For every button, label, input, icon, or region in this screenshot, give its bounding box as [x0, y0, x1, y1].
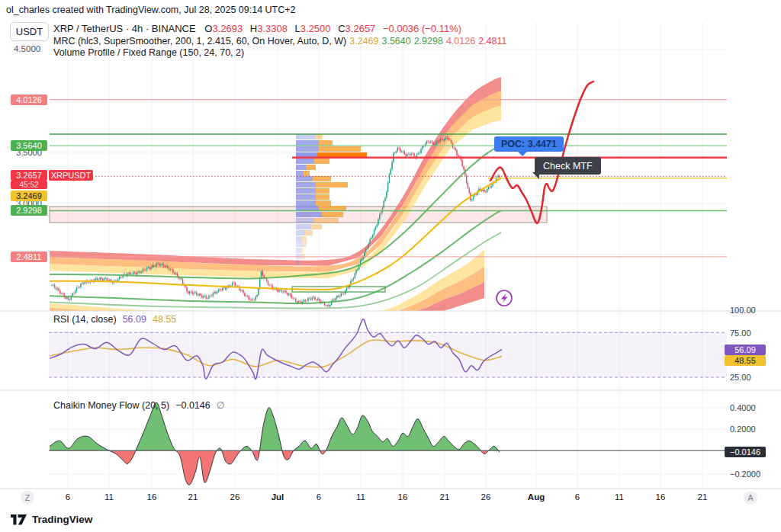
- chart-canvas[interactable]: [0, 0, 781, 532]
- price-scale-label-45:52[interactable]: 45:52: [11, 181, 47, 189]
- time-axis-label-16[interactable]: 16: [398, 492, 408, 502]
- mrc-legend-value: 4.0126: [446, 36, 475, 46]
- volume-profile-bar-buy: [296, 242, 304, 247]
- indicator-scale-label-−0.2000[interactable]: −0.2000: [727, 469, 774, 479]
- volume-profile-bar-sell: [313, 176, 331, 181]
- volume-profile-bar-buy: [296, 134, 315, 139]
- time-axis-label-21[interactable]: 21: [698, 492, 708, 502]
- volume-profile-bar-sell: [304, 171, 310, 176]
- legend-symbol-row[interactable]: XRP / TetherUS · 4h · BINANCE O3.2693 H3…: [53, 24, 506, 35]
- price-scale-label-3.2469[interactable]: 3.2469: [11, 191, 47, 201]
- price-scale-label-2.9298[interactable]: 2.9298: [11, 205, 47, 216]
- currency-toggle-button[interactable]: USDT: [10, 22, 49, 41]
- indicator-scale-label-0.4000[interactable]: 0.4000: [727, 402, 774, 413]
- legend-volume-profile-row[interactable]: Volume Profile / Fixed Range (150, 24, 7…: [53, 47, 506, 59]
- indicator-scale-label-48.55[interactable]: 48.55: [725, 355, 766, 366]
- volume-profile-bar-sell: [300, 260, 301, 265]
- indicator-scale-label-0.2000[interactable]: 0.2000: [727, 424, 774, 434]
- time-axis-label-21[interactable]: 21: [440, 492, 450, 502]
- volume-profile-bar-sell: [319, 146, 361, 152]
- price-scale-label-3.5640[interactable]: 3.5640: [11, 140, 47, 151]
- mrc-indicator-title[interactable]: MRC (hlc3, SuperSmoother, 200, 1, 2.415,…: [53, 36, 346, 46]
- tradingview-chart-page: ol_charles created with TradingView.com,…: [0, 0, 781, 532]
- cmf-average-icon: ∅: [217, 400, 225, 411]
- rsi-band: [49, 332, 727, 377]
- volume-profile-bar-buy: [296, 146, 319, 152]
- volume-profile-bar-sell: [311, 224, 322, 229]
- indicator-scale-label-100.00[interactable]: 100.00: [727, 305, 774, 316]
- volume-profile-bar-sell: [302, 236, 307, 242]
- cmf-pane-header[interactable]: Chaikin Money Flow (20, 5)−0.0146∅: [53, 399, 225, 411]
- indicator-scale-label-56.09[interactable]: 56.09: [725, 345, 766, 355]
- mrc-values: 3.24693.56402.92984.01262.4811: [346, 36, 506, 46]
- volume-profile-bar-sell: [316, 188, 329, 194]
- price-scale-label-3.2657[interactable]: 3.2657: [11, 170, 47, 181]
- indicator-scale-label-−0.0146[interactable]: −0.0146: [725, 447, 766, 457]
- mrc-band: [50, 91, 501, 271]
- volume-profile-bar-sell: [314, 159, 329, 164]
- volume-profile-bar-buy: [296, 188, 316, 194]
- volume-profile-bar-buy: [296, 236, 302, 242]
- legend: XRP / TetherUS · 4h · BINANCE O3.2693 H3…: [53, 24, 506, 59]
- volume-profile-bar-buy: [296, 260, 300, 265]
- time-axis-label-A[interactable]: A: [744, 491, 757, 505]
- time-axis-label-16[interactable]: 16: [656, 492, 666, 502]
- price-scale-label-XRPUSDT[interactable]: XRPUSDT: [49, 170, 93, 181]
- time-axis-label-26[interactable]: 26: [481, 492, 491, 502]
- time-axis-label-11[interactable]: 11: [356, 492, 365, 502]
- indicator-scale-label-75.00[interactable]: 75.00: [727, 328, 774, 338]
- volume-profile-bar-sell: [301, 248, 303, 253]
- volume-profile-bar-sell: [307, 165, 316, 170]
- ohlc-open-value: 3.2693: [212, 23, 243, 34]
- main-price-pane[interactable]: [50, 77, 727, 328]
- time-axis-label-16[interactable]: 16: [147, 492, 157, 502]
- time-axis-label-Jul[interactable]: Jul: [272, 492, 284, 502]
- ohlc-close-value: 3.2657: [346, 23, 376, 34]
- ohlc-low-value: 3.2500: [301, 23, 331, 34]
- cmf-pane[interactable]: [49, 402, 727, 485]
- time-axis-label-11[interactable]: 11: [615, 492, 624, 502]
- volume-profile-bar-sell: [304, 242, 307, 247]
- rsi-title[interactable]: RSI (14, close): [53, 314, 117, 325]
- time-axis-label-26[interactable]: 26: [230, 492, 240, 502]
- price-scale-label-2.4811[interactable]: 2.4811: [11, 252, 47, 262]
- ohlc-low-label: L: [295, 23, 301, 34]
- time-axis-label-6[interactable]: 6: [66, 492, 70, 502]
- volume-profile-bar-buy: [296, 218, 314, 223]
- time-axis-label-Aug[interactable]: Aug: [528, 492, 545, 502]
- volume-profile-bar-buy: [296, 176, 313, 181]
- legend-mrc-row[interactable]: MRC (hlc3, SuperSmoother, 200, 1, 2.415,…: [53, 36, 506, 47]
- volume-profile-bar-sell: [316, 194, 329, 200]
- volume-profile-title[interactable]: Volume Profile / Fixed Range (150, 24, 7…: [53, 47, 244, 58]
- ohlc-high-label: H: [250, 23, 257, 34]
- price-axis-label-top: 4.5000: [14, 44, 40, 53]
- price-scale-label-4.0126[interactable]: 4.0126: [11, 95, 47, 105]
- volume-profile-bar-sell: [314, 218, 339, 223]
- volume-profile-bar-buy: [296, 171, 304, 176]
- volume-profile-bar-sell: [316, 200, 331, 206]
- tradingview-attribution[interactable]: TradingView: [11, 514, 92, 525]
- cmf-title[interactable]: Chaikin Money Flow (20, 5): [53, 400, 169, 411]
- volume-profile-bar-buy: [296, 140, 319, 146]
- volume-profile-bar-buy: [296, 212, 322, 217]
- rsi-pane-header[interactable]: RSI (14, close)56.0948.55: [53, 314, 176, 325]
- mrc-legend-value: 2.9298: [414, 36, 443, 46]
- time-axis-label-6[interactable]: 6: [575, 492, 580, 502]
- volume-profile-bar-sell: [322, 212, 343, 217]
- volume-profile-bar-buy: [296, 165, 307, 170]
- volume-profile-bar-sell: [319, 140, 333, 146]
- rsi-ma-value: 48.55: [153, 314, 176, 325]
- time-axis-label-21[interactable]: 21: [188, 492, 198, 502]
- volume-profile-bar-sell: [316, 182, 348, 187]
- indicator-scale-label-25.00[interactable]: 25.00: [727, 372, 774, 383]
- time-axis-label-Z[interactable]: Z: [21, 491, 34, 505]
- lightning-action-button[interactable]: [497, 290, 512, 306]
- mrc-legend-value: 3.2469: [349, 36, 378, 46]
- ohlc-close-label: C: [338, 23, 345, 34]
- rsi-pane[interactable]: [49, 319, 727, 380]
- ohlc-high-value: 3.3308: [257, 23, 288, 34]
- symbol-title[interactable]: XRP / TetherUS · 4h · BINANCE: [53, 23, 196, 34]
- time-axis-label-11[interactable]: 11: [104, 492, 114, 502]
- tradingview-logo-icon: [11, 514, 27, 525]
- time-axis-label-6[interactable]: 6: [317, 492, 321, 502]
